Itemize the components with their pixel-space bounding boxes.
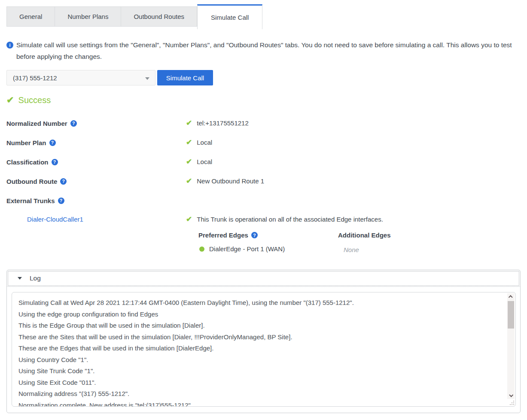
tab-outbound-routes-label: Outbound Routes <box>134 13 184 20</box>
phone-number-value: (317) 555-1212 <box>13 74 57 82</box>
tab-simulate-call-label: Simulate Call <box>211 14 249 21</box>
check-icon: ✔ <box>186 177 192 186</box>
log-lines: Simulating Call at Wed Apr 28 2021 12:17… <box>12 292 515 407</box>
log-scrollbar[interactable] <box>507 293 515 399</box>
tab-number-plans[interactable]: Number Plans <box>55 6 121 27</box>
outbound-route-label: Outbound Route <box>6 178 57 185</box>
outbound-route-value: ✔ New Outbound Route 1 <box>186 177 264 186</box>
classification-label: Classification <box>6 158 49 166</box>
log-panel: Log Simulating Call at Wed Apr 28 2021 1… <box>6 270 521 413</box>
log-title: Log <box>30 274 41 282</box>
help-icon[interactable]: ? <box>52 159 58 165</box>
phone-number-select[interactable]: (317) 555-1212 <box>6 70 155 85</box>
help-icon[interactable]: ? <box>251 232 258 238</box>
log-line: Using Site Trunk Code "1". <box>18 365 503 377</box>
number-plan-value: ✔ Local <box>186 138 212 147</box>
preferred-edge-name: DialerEdge - Port 1 (WAN) <box>209 245 285 253</box>
tab-simulate-call[interactable]: Simulate Call <box>197 4 262 29</box>
normalized-number-label: Normalized Number <box>6 120 67 127</box>
log-line: Normalization complete. New address is "… <box>18 400 503 407</box>
preferred-edge-item: DialerEdge - Port 1 (WAN) <box>199 245 285 253</box>
check-icon: ✔ <box>186 215 192 224</box>
log-line: Simulating Call at Wed Apr 28 2021 12:17… <box>18 297 503 309</box>
row-classification: Classification ? ✔ Local <box>6 157 58 167</box>
simulate-call-button[interactable]: Simulate Call <box>157 70 213 85</box>
tab-bar: General Number Plans Outbound Routes Sim… <box>6 4 262 29</box>
tab-general[interactable]: General <box>6 6 55 27</box>
scroll-up-arrow-icon[interactable] <box>507 293 515 301</box>
chevron-down-icon <box>145 77 149 80</box>
preferred-edges-header: Preferred Edges ? <box>198 231 258 239</box>
classification-value: ✔ Local <box>186 157 212 166</box>
info-note-text: Simulate call will use settings from the… <box>16 41 512 60</box>
log-line: Using Site Exit Code "011". <box>18 377 503 389</box>
external-trunks-label: External Trunks <box>6 197 55 204</box>
help-icon[interactable]: ? <box>60 178 67 185</box>
number-plan-label: Number Plan <box>6 139 46 146</box>
help-icon[interactable]: ? <box>58 198 64 204</box>
check-icon: ✔ <box>186 119 192 128</box>
log-textarea[interactable]: Simulating Call at Wed Apr 28 2021 12:17… <box>12 292 516 407</box>
scroll-down-arrow-icon[interactable] <box>507 392 515 399</box>
trunk-link[interactable]: Dialer-CloudCaller1 <box>27 216 83 223</box>
log-line: Using Country Code "1". <box>18 354 503 366</box>
info-note: i Simulate call will use settings from t… <box>6 39 518 62</box>
scrollbar-thumb[interactable] <box>508 301 514 329</box>
success-label: Success <box>18 95 51 105</box>
help-icon[interactable]: ? <box>49 140 56 146</box>
success-status: ✔ Success <box>6 95 51 105</box>
row-normalized-number: Normalized Number ? ✔ tel:+13175551212 <box>6 119 77 128</box>
help-icon[interactable]: ? <box>70 120 77 127</box>
edge-status-dot <box>199 247 204 252</box>
tab-general-label: General <box>19 13 42 20</box>
trunk-status: ✔ This Trunk is operational on all of th… <box>186 215 383 224</box>
simulate-call-page: General Number Plans Outbound Routes Sim… <box>0 0 527 420</box>
normalized-number-value: ✔ tel:+13175551212 <box>186 119 249 128</box>
check-icon: ✔ <box>186 138 192 147</box>
log-line: Using the edge group configuration to fi… <box>18 309 503 320</box>
info-icon: i <box>6 42 13 49</box>
additional-edges-header: Additional Edges <box>338 231 391 239</box>
check-icon: ✔ <box>6 95 14 105</box>
check-icon: ✔ <box>186 157 192 166</box>
simulate-controls: (317) 555-1212 Simulate Call <box>6 70 213 85</box>
additional-edge-none: None <box>344 246 359 253</box>
row-external-trunks: External Trunks ? <box>6 196 64 205</box>
log-line: These are the Edges that will be used in… <box>18 343 503 354</box>
collapse-triangle-icon <box>18 277 22 280</box>
row-number-plan: Number Plan ? ✔ Local <box>6 138 56 147</box>
resize-grip-icon[interactable] <box>509 400 514 405</box>
log-line: These are the Sites that will be used in… <box>18 332 503 343</box>
tab-number-plans-label: Number Plans <box>67 13 108 20</box>
log-line: Normalizing address "(317) 555-1212". <box>18 388 503 400</box>
tab-outbound-routes[interactable]: Outbound Routes <box>121 6 197 27</box>
log-line: This is the Edge Group that will be used… <box>18 320 503 332</box>
log-collapse-header[interactable]: Log <box>7 270 520 287</box>
row-outbound-route: Outbound Route ? ✔ New Outbound Route 1 <box>6 177 67 186</box>
